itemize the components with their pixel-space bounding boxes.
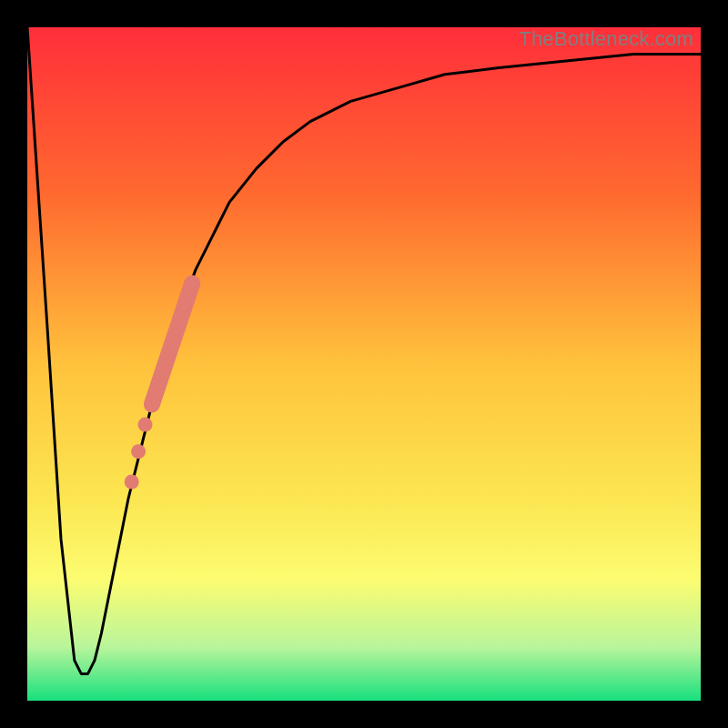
plot-area: TheBottleneck.com	[27, 27, 701, 701]
chart-wrapper: TheBottleneck.com	[0, 0, 728, 728]
watermark-text: TheBottleneck.com	[519, 27, 693, 51]
gradient-background	[27, 27, 701, 701]
chart-svg	[27, 27, 701, 701]
highlight-dot	[138, 418, 153, 432]
chart-frame: TheBottleneck.com	[0, 0, 728, 728]
highlight-dot	[131, 444, 146, 459]
highlight-dot	[125, 475, 139, 490]
